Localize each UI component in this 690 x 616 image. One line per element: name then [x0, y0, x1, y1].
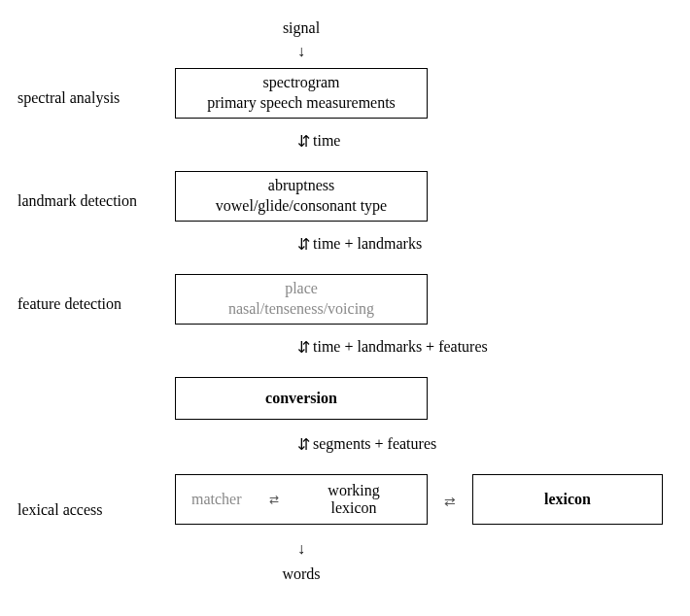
arrow-conversion-lexical: ⇵ — [297, 435, 305, 454]
arrow-matcher-working: ⇄ — [269, 493, 279, 507]
arrow-signal-down: ↓ — [297, 43, 305, 60]
box-spectral-l2: primary speech measurements — [207, 93, 396, 114]
box-spectral-analysis: spectrogram primary speech measurements — [175, 68, 428, 119]
label-signal: signal — [262, 19, 340, 37]
label-words: words — [262, 565, 340, 583]
label-matcher: matcher — [191, 491, 242, 508]
arrow-landmark-feature: ⇵ — [297, 235, 305, 254]
connector-time: time — [313, 132, 340, 150]
box-feature-l1: place — [285, 279, 318, 299]
connector-time-landmarks-features: time + landmarks + features — [313, 338, 488, 356]
side-label-landmark: landmark detection — [17, 192, 137, 210]
side-label-feature: feature detection — [17, 295, 121, 313]
box-conversion-l1: conversion — [265, 389, 337, 409]
box-landmark-l2: vowel/glide/consonant type — [216, 196, 387, 217]
box-conversion: conversion — [175, 377, 428, 420]
box-landmark-detection: abruptness vowel/glide/consonant type — [175, 171, 428, 222]
side-label-spectral: spectral analysis — [17, 89, 120, 107]
box-spectral-l1: spectrogram — [262, 73, 339, 93]
label-working-line2: lexicon — [300, 499, 407, 517]
box-feature-detection: place nasal/tenseness/voicing — [175, 274, 428, 325]
box-lexicon-l1: lexicon — [544, 490, 591, 510]
speech-recognition-pipeline-diagram: signal ↓ spectral analysis landmark dete… — [10, 19, 680, 602]
connector-segments-features: segments + features — [313, 435, 436, 453]
arrow-feature-conversion: ⇵ — [297, 338, 305, 357]
box-lexicon: lexicon — [472, 474, 663, 525]
connector-time-landmarks: time + landmarks — [313, 235, 422, 253]
label-working-lexicon: working lexicon — [300, 482, 407, 517]
box-lexical-access: matcher ⇄ working lexicon — [175, 474, 428, 525]
arrow-spectral-landmark: ⇵ — [297, 132, 305, 151]
box-landmark-l1: abruptness — [268, 176, 334, 196]
arrow-lexical-words: ↓ — [297, 540, 305, 558]
box-feature-l2: nasal/tenseness/voicing — [228, 299, 374, 320]
label-working-line1: working — [300, 482, 407, 499]
side-label-lexical: lexical access — [17, 501, 103, 519]
arrow-lexbox-lexicon: ⇄ — [437, 494, 463, 510]
